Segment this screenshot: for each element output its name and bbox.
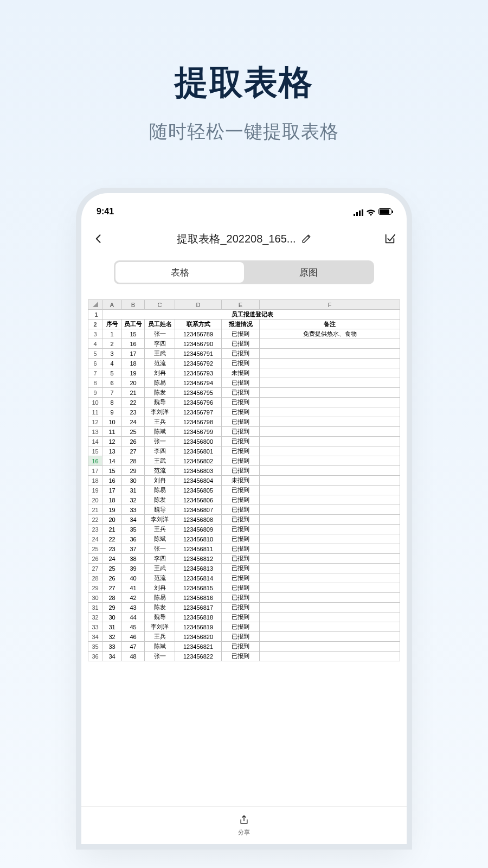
cell[interactable] — [260, 388, 400, 398]
cell[interactable] — [260, 544, 400, 554]
cell[interactable]: 已报到 — [222, 446, 260, 456]
cell[interactable]: 11 — [102, 427, 122, 437]
cell[interactable]: 21 — [122, 388, 145, 398]
row-number[interactable]: 20 — [88, 495, 102, 505]
row-number[interactable]: 36 — [88, 652, 102, 661]
row-number[interactable]: 29 — [88, 583, 102, 593]
col-header[interactable]: C — [145, 300, 175, 310]
row-number[interactable]: 27 — [88, 564, 102, 573]
cell[interactable]: 123456812 — [175, 554, 222, 564]
cell[interactable]: 123456796 — [175, 398, 222, 407]
cell[interactable]: 已报到 — [222, 564, 260, 573]
cell[interactable]: 44 — [122, 612, 145, 622]
cell[interactable]: 刘冉 — [145, 476, 175, 486]
cell[interactable]: 123456805 — [175, 486, 222, 495]
cell[interactable]: 李刘洋 — [145, 515, 175, 525]
row-number[interactable]: 25 — [88, 544, 102, 554]
cell[interactable]: 123456795 — [175, 388, 222, 398]
cell[interactable]: 已报到 — [222, 398, 260, 407]
cell[interactable] — [260, 407, 400, 417]
cell[interactable]: 123456799 — [175, 427, 222, 437]
cell[interactable]: 34 — [122, 515, 145, 525]
cell[interactable]: 123456801 — [175, 446, 222, 456]
cell[interactable] — [260, 554, 400, 564]
cell[interactable]: 陈斌 — [145, 427, 175, 437]
cell[interactable]: 123456814 — [175, 573, 222, 583]
table-title-cell[interactable]: 员工报道登记表 — [102, 310, 400, 320]
cell[interactable] — [260, 632, 400, 642]
cell[interactable]: 123456822 — [175, 652, 222, 661]
cell[interactable]: 李四 — [145, 446, 175, 456]
cell[interactable]: 已报到 — [222, 407, 260, 417]
cell[interactable]: 47 — [122, 642, 145, 652]
cell[interactable]: 31 — [102, 622, 122, 632]
cell[interactable]: 123456802 — [175, 456, 222, 466]
cell[interactable] — [260, 612, 400, 622]
row-number[interactable]: 4 — [88, 339, 102, 349]
cell[interactable]: 已报到 — [222, 329, 260, 339]
cell[interactable] — [260, 486, 400, 495]
cell[interactable]: 123456790 — [175, 339, 222, 349]
cell[interactable]: 已报到 — [222, 388, 260, 398]
cell[interactable] — [260, 495, 400, 505]
cell[interactable]: 30 — [122, 476, 145, 486]
row-number[interactable]: 14 — [88, 437, 102, 446]
column-header-cell[interactable]: 员工号 — [122, 320, 145, 329]
cell[interactable]: 43 — [122, 603, 145, 612]
cell[interactable]: 23 — [102, 544, 122, 554]
column-header-cell[interactable]: 序号 — [102, 320, 122, 329]
corner-cell[interactable] — [88, 300, 102, 310]
cell[interactable]: 123456821 — [175, 642, 222, 652]
cell[interactable]: 陈易 — [145, 593, 175, 603]
cell[interactable]: 3 — [102, 349, 122, 359]
row-number[interactable]: 9 — [88, 388, 102, 398]
cell[interactable]: 18 — [122, 359, 145, 368]
cell[interactable]: 13 — [102, 446, 122, 456]
cell[interactable]: 123456811 — [175, 544, 222, 554]
cell[interactable]: 12 — [102, 437, 122, 446]
cell[interactable]: 已报到 — [222, 339, 260, 349]
column-header-cell[interactable]: 报道情况 — [222, 320, 260, 329]
cell[interactable]: 123456792 — [175, 359, 222, 368]
cell[interactable]: 123456794 — [175, 378, 222, 388]
cell[interactable]: 7 — [102, 388, 122, 398]
cell[interactable] — [260, 359, 400, 368]
cell[interactable]: 27 — [102, 583, 122, 593]
cell[interactable] — [260, 476, 400, 486]
cell[interactable]: 123456789 — [175, 329, 222, 339]
cell[interactable] — [260, 339, 400, 349]
row-number[interactable]: 11 — [88, 407, 102, 417]
row-number[interactable]: 1 — [88, 310, 102, 320]
cell[interactable] — [260, 427, 400, 437]
tab-original[interactable]: 原图 — [244, 262, 373, 283]
cell[interactable]: 张一 — [145, 652, 175, 661]
cell[interactable]: 王武 — [145, 564, 175, 573]
cell[interactable] — [260, 564, 400, 573]
cell[interactable]: 已报到 — [222, 515, 260, 525]
cell[interactable]: 35 — [122, 525, 145, 534]
cell[interactable]: 1 — [102, 329, 122, 339]
cell[interactable]: 王兵 — [145, 525, 175, 534]
cell[interactable]: 123456791 — [175, 349, 222, 359]
row-number[interactable]: 12 — [88, 417, 102, 427]
row-number[interactable]: 17 — [88, 466, 102, 476]
cell[interactable]: 陈发 — [145, 388, 175, 398]
cell[interactable]: 已报到 — [222, 349, 260, 359]
cell[interactable]: 123456813 — [175, 564, 222, 573]
cell[interactable]: 17 — [122, 349, 145, 359]
cell[interactable]: 123456800 — [175, 437, 222, 446]
cell[interactable] — [260, 349, 400, 359]
cell[interactable]: 已报到 — [222, 466, 260, 476]
cell[interactable]: 25 — [102, 564, 122, 573]
cell[interactable]: 45 — [122, 622, 145, 632]
cell[interactable]: 陈斌 — [145, 534, 175, 544]
cell[interactable]: 已报到 — [222, 632, 260, 642]
cell[interactable]: 5 — [102, 368, 122, 378]
cell[interactable]: 刘冉 — [145, 583, 175, 593]
row-number[interactable]: 33 — [88, 622, 102, 632]
cell[interactable]: 123456804 — [175, 476, 222, 486]
cell[interactable] — [260, 573, 400, 583]
col-header[interactable]: E — [222, 300, 260, 310]
cell[interactable]: 已报到 — [222, 583, 260, 593]
cell[interactable] — [260, 368, 400, 378]
